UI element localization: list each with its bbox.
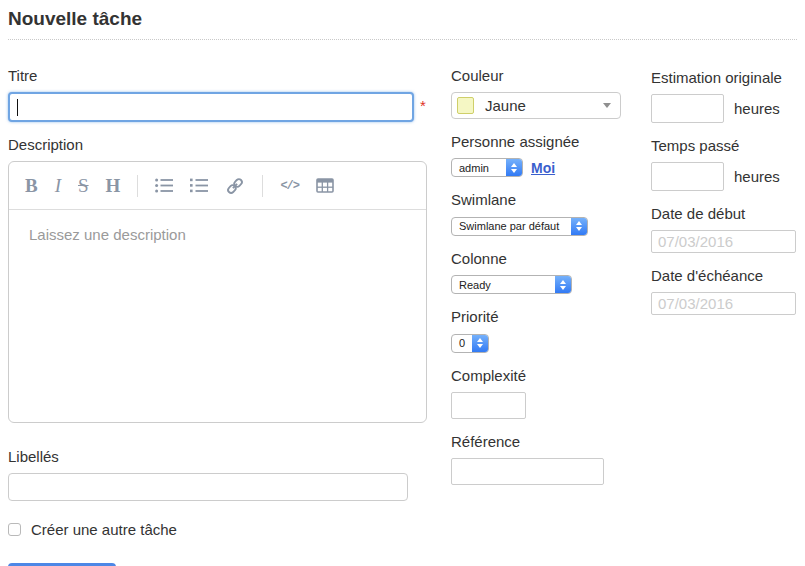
labels-input[interactable] — [8, 473, 408, 501]
due-date-label: Date d'échéance — [651, 266, 797, 285]
original-estimate-label: Estimation originale — [651, 68, 797, 87]
text-caret — [17, 99, 18, 116]
original-estimate-input[interactable] — [651, 94, 724, 123]
reference-label: Référence — [451, 432, 647, 451]
column-select[interactable]: Ready — [451, 275, 572, 294]
toolbar-divider — [262, 175, 263, 197]
create-another-row: Créer une autre tâche — [8, 521, 430, 538]
create-another-label: Créer une autre tâche — [31, 521, 177, 538]
heading-icon[interactable]: H — [106, 176, 121, 195]
priority-select[interactable]: 0 — [451, 334, 489, 353]
start-date-input[interactable] — [651, 230, 796, 253]
unordered-list-icon[interactable] — [155, 178, 173, 193]
priority-label: Priorité — [451, 307, 647, 326]
required-asterisk: * — [420, 97, 426, 114]
chevron-down-icon — [603, 103, 611, 108]
time-spent-row: heures — [651, 162, 797, 191]
color-dropdown[interactable]: Jaune — [451, 92, 621, 119]
swimlane-selected-value: Swimlane par défaut — [459, 220, 564, 232]
due-date-input[interactable] — [651, 292, 796, 315]
editor-toolbar: B I S H — [9, 162, 426, 210]
select-stepper-icon — [506, 158, 522, 177]
complexity-label: Complexité — [451, 366, 647, 385]
reference-input[interactable] — [451, 458, 604, 485]
assignee-label: Personne assignée — [451, 132, 647, 151]
select-stepper-icon — [555, 275, 571, 294]
time-spent-label: Temps passé — [651, 136, 797, 155]
right-column: Estimation originale heures Temps passé … — [651, 66, 797, 315]
form-columns: Titre * Description B I S H — [8, 66, 797, 566]
column-label: Colonne — [451, 249, 647, 268]
strikethrough-icon[interactable]: S — [78, 176, 89, 195]
column-selected-value: Ready — [459, 279, 496, 291]
description-textarea[interactable]: Laissez une description — [9, 210, 426, 422]
title-field-row: * — [8, 92, 430, 122]
swimlane-select[interactable]: Swimlane par défaut — [451, 217, 588, 236]
code-icon[interactable]: </> — [280, 179, 299, 193]
title-input-wrap — [8, 92, 414, 122]
original-estimate-row: heures — [651, 94, 797, 123]
assign-me-link[interactable]: Moi — [531, 160, 555, 176]
select-stepper-icon — [571, 217, 587, 236]
select-stepper-icon — [472, 334, 488, 353]
priority-selected-value: 0 — [459, 337, 470, 349]
title-divider — [8, 39, 797, 40]
assignee-selected-value: admin — [459, 162, 494, 174]
new-task-page: Nouvelle tâche Titre * Description B I S… — [0, 0, 805, 566]
link-icon[interactable] — [225, 176, 245, 196]
italic-icon[interactable]: I — [55, 176, 61, 195]
time-spent-input[interactable] — [651, 162, 724, 191]
description-editor: B I S H — [8, 161, 427, 423]
color-selected-value: Jaune — [485, 97, 526, 114]
start-date-label: Date de début — [651, 204, 797, 223]
color-swatch-icon — [457, 97, 474, 114]
description-label: Description — [8, 135, 430, 154]
page-title: Nouvelle tâche — [8, 6, 797, 39]
table-icon[interactable] — [316, 178, 334, 193]
hours-unit-label: heures — [734, 168, 780, 185]
assignee-select[interactable]: admin — [451, 158, 523, 177]
ordered-list-icon[interactable] — [190, 178, 208, 193]
color-label: Couleur — [451, 66, 647, 85]
middle-column: Couleur Jaune Personne assignée admin Mo… — [451, 66, 647, 485]
hours-unit-label: heures — [734, 100, 780, 117]
title-input[interactable] — [8, 92, 414, 122]
create-another-checkbox[interactable] — [8, 523, 21, 536]
title-label: Titre — [8, 66, 430, 85]
complexity-input[interactable] — [451, 392, 526, 419]
labels-label: Libellés — [8, 447, 430, 466]
bold-icon[interactable]: B — [25, 176, 38, 195]
assignee-row: admin Moi — [451, 158, 647, 177]
left-column: Titre * Description B I S H — [8, 66, 430, 566]
toolbar-divider — [137, 175, 138, 197]
swimlane-label: Swimlane — [451, 190, 647, 209]
